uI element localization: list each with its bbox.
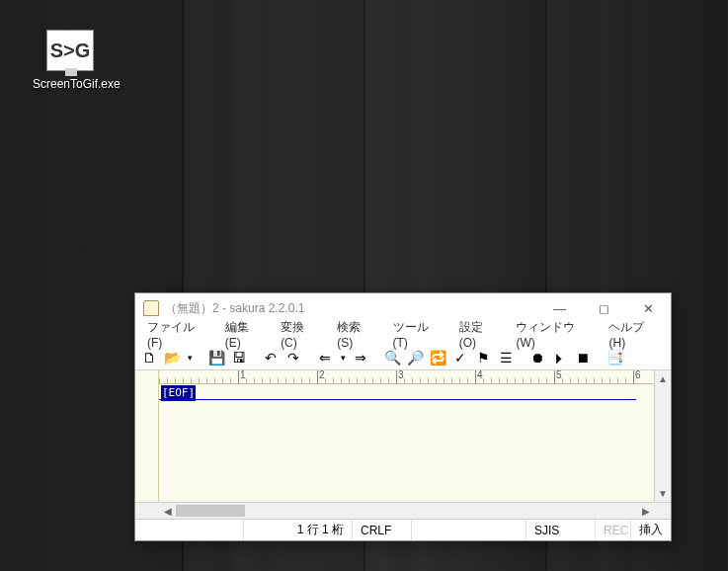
status-encoding: SJIS bbox=[526, 520, 596, 540]
nav-back-dropdown-icon[interactable]: ▾ bbox=[338, 348, 348, 367]
screentogif-icon: S>G bbox=[46, 30, 94, 71]
macro-play-icon[interactable]: ⏵ bbox=[550, 348, 570, 367]
scroll-up-icon[interactable]: ▲ bbox=[655, 370, 671, 387]
hscroll-track[interactable] bbox=[176, 503, 637, 519]
status-newline: CRLF bbox=[353, 520, 412, 540]
save-all-icon[interactable]: 🖫 bbox=[229, 348, 249, 367]
find-next-icon[interactable]: 🔎 bbox=[405, 348, 425, 367]
status-position: 1 行 1 桁 bbox=[244, 520, 353, 540]
scroll-down-icon[interactable]: ▼ bbox=[655, 485, 671, 502]
redo-icon[interactable]: ↷ bbox=[283, 348, 303, 367]
replace-icon[interactable]: 🔁 bbox=[428, 348, 447, 367]
ruler-label: 6 bbox=[635, 370, 641, 380]
text-pane[interactable]: 123456 [EOF] bbox=[159, 370, 654, 502]
desktop-icon-screentogif[interactable]: S>G ScreenToGif.exe bbox=[33, 30, 108, 91]
window-title: （無題）2 - sakura 2.2.0.1 bbox=[165, 300, 537, 317]
outline-icon[interactable]: ☰ bbox=[496, 348, 516, 367]
find-icon[interactable]: 🔍 bbox=[382, 348, 402, 367]
macro-rec-icon[interactable]: ⏺ bbox=[527, 348, 547, 367]
nav-back-icon[interactable]: ⇐ bbox=[315, 348, 335, 367]
open-file-icon[interactable]: 📂 bbox=[162, 348, 182, 367]
scroll-corner-right bbox=[654, 503, 671, 519]
scroll-right-icon[interactable]: ▶ bbox=[637, 503, 654, 519]
sakura-app-icon bbox=[143, 300, 159, 316]
horizontal-scrollbar[interactable]: ◀ ▶ bbox=[135, 502, 671, 519]
status-rec[interactable]: REC bbox=[596, 520, 631, 540]
scroll-left-icon[interactable]: ◀ bbox=[159, 503, 176, 519]
column-ruler: 123456 bbox=[159, 370, 654, 384]
bookmark-icon[interactable]: ✓ bbox=[450, 348, 470, 367]
status-spacer bbox=[412, 520, 526, 540]
status-insert-mode[interactable]: 挿入 bbox=[631, 520, 671, 540]
vertical-scrollbar[interactable]: ▲ ▼ bbox=[654, 370, 671, 502]
hscroll-thumb[interactable] bbox=[176, 505, 245, 517]
new-file-icon[interactable]: 🗋 bbox=[139, 348, 159, 367]
undo-icon[interactable]: ↶ bbox=[261, 348, 281, 367]
nav-forward-icon[interactable]: ⇒ bbox=[351, 348, 370, 367]
ruler-label: 1 bbox=[240, 370, 246, 380]
ruler-label: 3 bbox=[398, 370, 404, 380]
vscroll-track[interactable] bbox=[655, 387, 671, 485]
status-empty-left bbox=[135, 520, 244, 540]
ruler-label: 2 bbox=[319, 370, 325, 380]
menubar: ファイル(F) 編集(E) 変換(C) 検索(S) ツール(T) 設定(O) ウ… bbox=[135, 323, 671, 345]
cursor-line-underline bbox=[159, 384, 636, 400]
ruler-label: 4 bbox=[477, 370, 483, 380]
macro-stop-icon[interactable]: ⏹ bbox=[573, 348, 593, 367]
open-dropdown-icon[interactable]: ▾ bbox=[185, 348, 195, 367]
statusbar: 1 行 1 桁 CRLF SJIS REC 挿入 bbox=[135, 519, 671, 540]
line-number-gutter bbox=[135, 370, 159, 502]
desktop-icon-label: ScreenToGif.exe bbox=[33, 77, 108, 91]
bookmark-list-icon[interactable]: ⚑ bbox=[473, 348, 493, 367]
type-settings-icon[interactable]: 📑 bbox=[605, 348, 624, 367]
editor-area: 123456 [EOF] ▲ ▼ bbox=[135, 370, 671, 502]
scroll-corner-left bbox=[135, 503, 159, 519]
toolbar: 🗋 📂 ▾ 💾 🖫 ↶ ↷ ⇐ ▾ ⇒ 🔍 🔎 🔁 ✓ ⚑ ☰ ⏺ ⏵ ⏹ 📑 bbox=[135, 345, 671, 370]
sakura-editor-window: （無題）2 - sakura 2.2.0.1 — ◻ ✕ ファイル(F) 編集(… bbox=[134, 292, 672, 541]
ruler-label: 5 bbox=[556, 370, 562, 380]
save-icon[interactable]: 💾 bbox=[206, 348, 226, 367]
